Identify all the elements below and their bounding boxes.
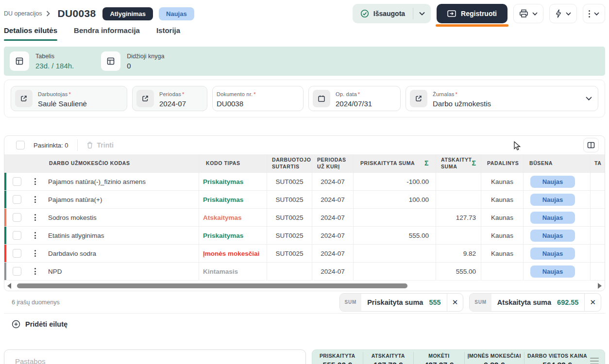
sum-sigma-icon[interactable]: Σ <box>472 159 476 168</box>
info-item-label: Tabelis <box>35 53 74 60</box>
cell-code-name[interactable]: Sodros mokestis <box>42 209 199 226</box>
kebab-icon[interactable] <box>34 268 36 275</box>
tab[interactable]: Istorija <box>156 26 180 41</box>
calendar-icon[interactable] <box>313 90 330 107</box>
form-field[interactable]: Žurnalas* Darbo užmokestis <box>406 86 598 111</box>
field-value[interactable]: 2024/07/31 <box>336 99 372 108</box>
form-field[interactable]: Dokumento nr.* DU0038 <box>212 86 304 111</box>
code-type-label: Atskaitymas <box>203 214 242 221</box>
saved-split-button[interactable]: Išsaugota <box>353 4 431 23</box>
cell-code-name[interactable]: Pajamos natūra(+) <box>42 191 199 208</box>
more-menu-button[interactable] <box>583 4 605 23</box>
external-link-icon[interactable] <box>410 90 427 107</box>
info-item-icon <box>10 51 29 71</box>
kebab-icon[interactable] <box>34 232 36 239</box>
sum-chip-tag: SUM <box>340 294 362 311</box>
row-checkbox[interactable] <box>13 213 21 222</box>
code-type-label: Priskaitymas <box>203 196 243 203</box>
kebab-icon[interactable] <box>34 214 36 221</box>
cell-period: 2024-07 <box>312 191 353 208</box>
row-checkbox[interactable] <box>13 195 21 204</box>
table-row[interactable]: Sodros mokestis Atskaitymas SUT0025 2024… <box>4 208 605 226</box>
select-all-checkbox[interactable] <box>16 141 25 149</box>
hamburger-icon[interactable] <box>590 358 601 364</box>
row-checkbox[interactable] <box>13 249 21 258</box>
external-link-icon[interactable] <box>136 90 154 107</box>
cell-deducted-sum <box>436 191 481 208</box>
table-row[interactable]: Pajamos natūra(+) Priskaitymas SUT0025 2… <box>4 190 605 208</box>
column-header-code[interactable]: DARBO UŽMOKESČIO KODAS <box>4 154 199 172</box>
column-header-truncated[interactable]: TA <box>590 154 605 172</box>
field-value[interactable]: DU0038 <box>217 99 255 108</box>
kebab-icon[interactable] <box>34 196 36 203</box>
table-row[interactable]: Etatinis atlyginimas Priskaitymas SUT002… <box>4 226 605 244</box>
scroll-right-arrow-icon[interactable] <box>598 283 602 289</box>
printer-icon <box>519 9 528 18</box>
column-header-period[interactable]: PERIODAS UŽ KURĮ <box>312 154 353 172</box>
cell-code-name[interactable]: Darbdavio sodra <box>42 245 199 262</box>
chevron-down-icon[interactable] <box>413 12 431 16</box>
close-icon[interactable]: ✕ <box>447 294 463 311</box>
header-bar: DU operacijos DU0038 Atlyginimas Naujas … <box>4 0 605 23</box>
field-value[interactable]: Darbo užmokestis <box>433 99 491 108</box>
notes-input[interactable] <box>4 349 306 364</box>
cell-code-name[interactable]: NPD <box>42 263 199 280</box>
chevron-down-icon[interactable] <box>581 97 592 100</box>
table-header-row: DARBO UŽMOKESČIO KODAS KODO TIPAS DARBUO… <box>4 154 605 172</box>
column-settings-button[interactable] <box>583 138 599 152</box>
required-asterisk: * <box>455 91 457 97</box>
cell-status: Naujas <box>523 227 590 244</box>
delete-button-label: Trinti <box>97 141 114 149</box>
sum-sigma-icon[interactable]: Σ <box>424 159 429 168</box>
cell-code-type: Kintamasis <box>199 263 267 280</box>
column-header-type[interactable]: KODO TIPAS <box>199 154 267 172</box>
column-header-deducted[interactable]: ATSKAITYT SUMA Σ <box>436 154 481 172</box>
form-field[interactable]: Op. data* 2024/07/31 <box>308 86 401 111</box>
total-stat: ĮMONĖS MOKESČIAI 9.82 € <box>465 352 524 364</box>
form-field[interactable]: Darbuotojas* Saulė Saulienė <box>11 86 127 111</box>
required-asterisk: * <box>69 91 71 97</box>
delete-button[interactable]: Trinti <box>86 141 114 149</box>
column-header-status[interactable]: BŪSENA <box>523 154 590 172</box>
print-menu-button[interactable] <box>513 4 543 23</box>
tab[interactable]: Detalios eilutės <box>4 26 57 41</box>
row-checkbox[interactable] <box>13 177 21 186</box>
cell-code-name[interactable]: Pajamos natūra(-)_fizinio asmens <box>42 173 199 190</box>
row-checkbox[interactable] <box>13 231 21 240</box>
scroll-left-arrow-icon[interactable] <box>7 283 11 289</box>
form-field[interactable]: Periodas* 2024-07 <box>132 86 207 111</box>
bottom-section: PRISKAITYTA 555.00 € ATSKAITYTA 127.73 €… <box>4 349 605 364</box>
row-checkbox-cell <box>6 209 28 226</box>
required-asterisk: * <box>254 91 255 97</box>
cell-code-name[interactable]: Etatinis atlyginimas <box>42 227 199 244</box>
horizontal-scrollbar[interactable] <box>4 280 605 291</box>
table-row[interactable]: Pajamos natūra(-)_fizinio asmens Priskai… <box>4 172 605 190</box>
scrollbar-thumb[interactable] <box>17 283 407 288</box>
column-header-contract[interactable]: DARBUOTOJO SUTARTIS <box>267 154 312 172</box>
field-value[interactable]: 2024-07 <box>159 99 186 108</box>
column-header-department[interactable]: PADALINYS <box>481 154 523 172</box>
cell-department <box>481 263 523 280</box>
register-button[interactable]: Registruoti <box>437 4 508 23</box>
cell-code-type: Įmonės mokesčiai <box>199 245 267 262</box>
table-row[interactable]: NPD Kintamasis 2024-07 555.00 Naujas <box>4 262 605 280</box>
breadcrumb[interactable]: DU operacijos <box>4 10 42 17</box>
field-label: Žurnalas <box>433 91 454 97</box>
register-icon <box>447 10 456 17</box>
row-checkbox[interactable] <box>13 267 21 276</box>
cell-truncated <box>590 245 605 262</box>
add-line-label: Pridėti eilutę <box>25 320 68 328</box>
external-link-icon[interactable] <box>15 90 33 107</box>
kebab-icon[interactable] <box>34 250 36 257</box>
add-line-button[interactable]: Pridėti eilutę <box>4 314 605 335</box>
close-icon[interactable]: ✕ <box>584 294 601 311</box>
tab[interactable]: Bendra informacija <box>74 26 140 41</box>
required-asterisk: * <box>358 91 360 97</box>
table-row[interactable]: Darbdavio sodra Įmonės mokesčiai SUT0025… <box>4 244 605 262</box>
cell-status: Naujas <box>523 191 590 208</box>
kebab-icon[interactable] <box>34 178 36 185</box>
field-value[interactable]: Saulė Saulienė <box>38 99 87 108</box>
automation-menu-button[interactable] <box>549 4 577 23</box>
column-header-accrued[interactable]: PRISKAITYTA SUMA Σ <box>353 154 436 172</box>
scrollbar-track[interactable] <box>13 283 596 289</box>
